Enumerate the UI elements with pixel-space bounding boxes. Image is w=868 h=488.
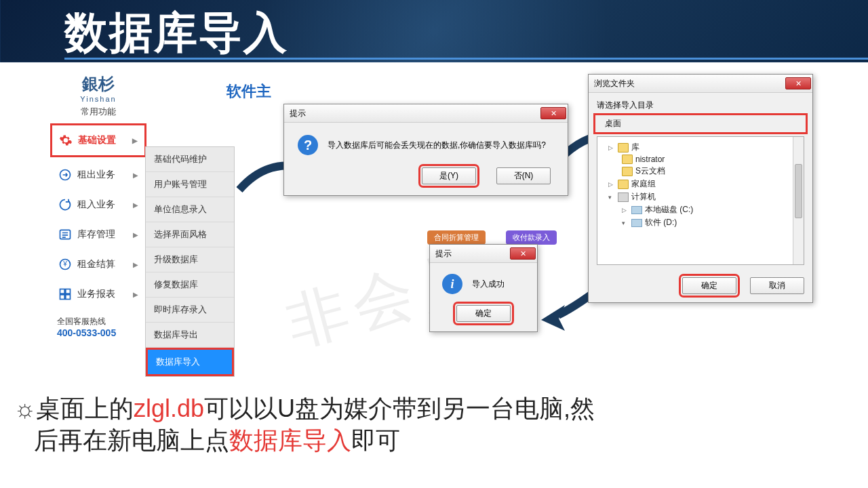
svg-rect-5 bbox=[66, 289, 71, 294]
browse-prompt: 请选择导入目录 bbox=[597, 100, 804, 111]
arrow-out-icon bbox=[58, 168, 72, 182]
instr-suffix: 即可 bbox=[351, 426, 400, 454]
refresh-icon bbox=[58, 198, 72, 211]
ok-button[interactable]: 确定 bbox=[456, 305, 511, 322]
submenu: 基础代码维护 用户账号管理 单位信息录入 选择界面风格 升级数据库 修复数据库 … bbox=[145, 146, 235, 377]
disk-icon bbox=[631, 206, 642, 214]
submenu-db-import[interactable]: 数据库导入 bbox=[148, 350, 232, 374]
instr-filename: zlgl.db bbox=[134, 394, 204, 422]
highlight-box-basic-settings: 基础设置 ▶ bbox=[50, 123, 146, 157]
menu-label: 租出业务 bbox=[77, 169, 115, 181]
menu-reports[interactable]: 业务报表 ▶ bbox=[52, 279, 145, 309]
tree-family-group[interactable]: ▷家庭组 bbox=[601, 178, 800, 190]
folder-icon bbox=[622, 167, 633, 176]
tree-label: 家庭组 bbox=[631, 178, 656, 190]
top-cut-label: 软件主 bbox=[226, 81, 271, 102]
list-icon bbox=[58, 228, 72, 241]
tree-software-d[interactable]: ▾软件 (D:) bbox=[601, 216, 800, 229]
tree-local-disk-c[interactable]: ▷本地磁盘 (C:) bbox=[601, 203, 800, 216]
selected-folder: 桌面 bbox=[605, 118, 621, 129]
expand-icon[interactable]: ▷ bbox=[608, 181, 615, 188]
success-dialog-title: 提示 bbox=[435, 248, 452, 260]
folder-icon bbox=[618, 180, 629, 189]
collapse-icon[interactable]: ▾ bbox=[622, 220, 629, 226]
close-icon[interactable]: ✕ bbox=[785, 77, 811, 89]
tree-label: 库 bbox=[631, 142, 639, 153]
submenu-repair-db[interactable]: 修复数据库 bbox=[146, 272, 234, 298]
collapse-icon[interactable]: ▾ bbox=[608, 194, 615, 201]
browse-dialog-title: 浏览文件夹 bbox=[594, 78, 635, 89]
computer-icon bbox=[618, 192, 629, 202]
disk-icon bbox=[631, 219, 642, 227]
browse-ok-button[interactable]: 确定 bbox=[682, 277, 736, 294]
submenu-upgrade-db[interactable]: 升级数据库 bbox=[146, 247, 234, 272]
gear-icon bbox=[59, 134, 73, 147]
instr-action: 数据库导入 bbox=[229, 426, 351, 454]
menu-rent-in[interactable]: 租入业务 ▶ bbox=[52, 190, 145, 220]
yes-button[interactable]: 是(Y) bbox=[422, 167, 476, 184]
browse-dialog-body: 请选择导入目录 桌面 ▷库 nistrator S云文档 ▷家庭组 ▾计算机 ▷… bbox=[589, 93, 812, 272]
submenu-user-account[interactable]: 用户账号管理 bbox=[146, 172, 234, 197]
tree-label: 软件 (D:) bbox=[645, 217, 677, 228]
scrollbar-thumb[interactable] bbox=[795, 164, 802, 218]
hotline-label: 全国客服热线 bbox=[57, 316, 140, 327]
confirm-dialog: 提示 ✕ ? 导入数据库后可能会丢失现在的数据,你确信要导入数据库吗? 是(Y)… bbox=[283, 104, 568, 196]
logo-subtitle: 常用功能 bbox=[52, 106, 145, 118]
browse-cancel-button[interactable]: 取消 bbox=[750, 277, 804, 294]
instr-prefix: 桌面上的 bbox=[36, 394, 134, 422]
submenu-unit-info[interactable]: 单位信息录入 bbox=[146, 197, 234, 222]
menu-rent-out[interactable]: 租出业务 ▶ bbox=[52, 160, 145, 190]
background-tabs: 合同折算管理 收付款录入 bbox=[427, 230, 557, 245]
browse-dialog-titlebar[interactable]: 浏览文件夹 ✕ bbox=[589, 75, 812, 93]
submenu-ui-style[interactable]: 选择界面风格 bbox=[146, 222, 234, 247]
menu-inventory[interactable]: 库存管理 ▶ bbox=[52, 220, 145, 249]
confirm-dialog-message: 导入数据库后可能会丢失现在的数据,你确信要导入数据库吗? bbox=[328, 140, 546, 151]
submenu-db-export[interactable]: 数据库导出 bbox=[146, 323, 234, 348]
tree-computer[interactable]: ▾计算机 bbox=[601, 190, 800, 203]
instr-mid: 可以以U盘为媒介带到另一台电脑,然 bbox=[204, 394, 595, 422]
selected-folder-row[interactable]: 桌面 bbox=[597, 117, 804, 131]
confirm-dialog-buttons: 是(Y) 否(N) bbox=[284, 167, 568, 195]
success-dialog-body: i 导入成功 bbox=[430, 263, 537, 305]
menu-basic-settings[interactable]: 基础设置 ▶ bbox=[52, 125, 144, 155]
sun-icon: ☼ bbox=[14, 394, 36, 422]
success-dialog-titlebar[interactable]: 提示 ✕ bbox=[430, 245, 537, 263]
instruction-text: ☼桌面上的zlgl.db可以以U盘为媒介带到另一台电脑,然 后再在新电脑上点数据… bbox=[14, 393, 854, 457]
submenu-realtime-inv[interactable]: 即时库存录入 bbox=[146, 298, 234, 323]
svg-text:¥: ¥ bbox=[62, 260, 67, 268]
submenu-code-maint[interactable]: 基础代码维护 bbox=[146, 147, 234, 172]
tree-cloud-doc[interactable]: S云文档 bbox=[601, 165, 800, 178]
question-icon: ? bbox=[298, 135, 318, 155]
logo-text: 銀杉 bbox=[52, 73, 145, 95]
browse-dialog-buttons: 确定 取消 bbox=[589, 272, 812, 302]
chevron-right-icon: ▶ bbox=[133, 171, 138, 179]
svg-rect-6 bbox=[60, 295, 65, 300]
confirm-dialog-body: ? 导入数据库后可能会丢失现在的数据,你确信要导入数据库吗? bbox=[284, 123, 568, 167]
tree-label: 计算机 bbox=[631, 191, 656, 203]
tree-label: S云文档 bbox=[635, 165, 665, 177]
close-icon[interactable]: ✕ bbox=[510, 247, 536, 260]
tree-library[interactable]: ▷库 bbox=[601, 141, 800, 154]
close-icon[interactable]: ✕ bbox=[540, 107, 566, 119]
browse-folder-dialog: 浏览文件夹 ✕ 请选择导入目录 桌面 ▷库 nistrator S云文档 ▷家庭… bbox=[588, 74, 813, 303]
menu-label: 租入业务 bbox=[77, 199, 115, 211]
hotline-number: 400-0533-005 bbox=[57, 327, 140, 338]
tree-scrollbar[interactable] bbox=[793, 137, 804, 264]
success-dialog: 提示 ✕ i 导入成功 确定 bbox=[429, 244, 538, 332]
tree-administrator[interactable]: nistrator bbox=[601, 154, 800, 165]
menu-label: 库存管理 bbox=[77, 228, 115, 241]
no-button[interactable]: 否(N) bbox=[496, 167, 551, 184]
menu-label: 业务报表 bbox=[77, 288, 115, 300]
info-icon: i bbox=[442, 274, 462, 294]
expand-icon[interactable]: ▷ bbox=[622, 207, 629, 214]
menu-label: 租金结算 bbox=[77, 258, 115, 270]
menu-label: 基础设置 bbox=[78, 134, 116, 146]
expand-icon[interactable]: ▷ bbox=[608, 144, 615, 151]
folder-icon bbox=[618, 143, 629, 152]
menu-rent-settlement[interactable]: ¥ 租金结算 ▶ bbox=[52, 249, 145, 279]
confirm-dialog-titlebar[interactable]: 提示 ✕ bbox=[284, 104, 568, 123]
folder-tree[interactable]: ▷库 nistrator S云文档 ▷家庭组 ▾计算机 ▷本地磁盘 (C:) ▾… bbox=[597, 136, 804, 265]
chevron-right-icon: ▶ bbox=[132, 137, 138, 144]
success-dialog-message: 导入成功 bbox=[472, 279, 505, 290]
bg-tab-payment: 收付款录入 bbox=[506, 230, 557, 245]
